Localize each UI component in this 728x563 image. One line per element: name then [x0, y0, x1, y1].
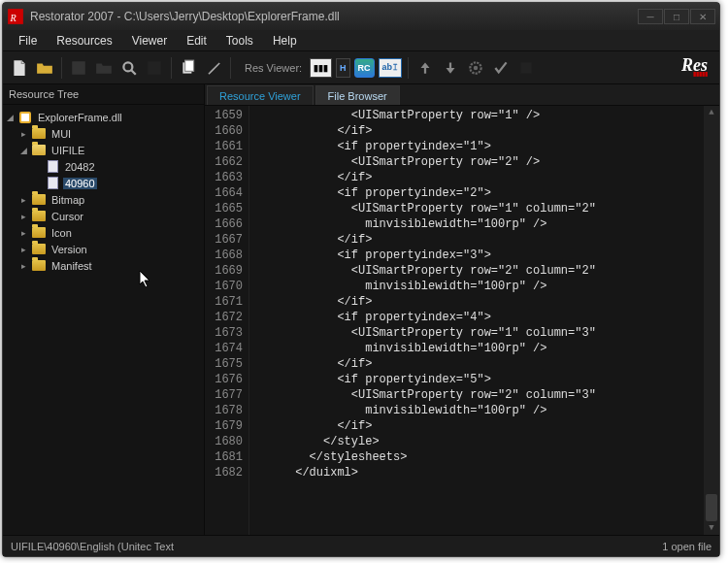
- tree-folder[interactable]: ▸Icon: [5, 224, 202, 241]
- svg-rect-12: [21, 114, 29, 121]
- tree-folder[interactable]: ◢UIFILE: [5, 142, 202, 158]
- scroll-up-icon[interactable]: ▲: [704, 106, 719, 119]
- menu-tools[interactable]: Tools: [216, 32, 263, 50]
- dark-square-icon[interactable]: [515, 57, 537, 79]
- code-viewer[interactable]: 1659166016611662166316641665166616671668…: [205, 106, 719, 535]
- brush-icon[interactable]: [203, 57, 224, 79]
- resviewer-label: Res Viewer:: [245, 62, 302, 74]
- content-area: Resource Tree ◢ ExplorerFrame.dll ▸MUI◢U…: [3, 84, 719, 535]
- resource-tree[interactable]: ◢ ExplorerFrame.dll ▸MUI◢UIFILE204824096…: [3, 105, 204, 535]
- svg-rect-5: [148, 61, 161, 75]
- tab-file-browser[interactable]: File Browser: [315, 85, 400, 105]
- tree-folder[interactable]: ▸MUI: [5, 125, 202, 142]
- tree-root[interactable]: ◢ ExplorerFrame.dll: [5, 109, 202, 125]
- svg-text:R: R: [9, 13, 16, 23]
- tree-title: Resource Tree: [3, 84, 204, 105]
- tree-folder[interactable]: ▸Version: [5, 241, 202, 257]
- menu-edit[interactable]: Edit: [177, 32, 216, 50]
- dll-icon: [17, 111, 33, 124]
- menubar: File Resources Viewer Edit Tools Help: [3, 30, 719, 51]
- app-icon: R: [7, 8, 24, 25]
- status-left: UIFILE\40960\English (Unitec Text: [11, 541, 174, 552]
- check-icon[interactable]: [490, 57, 512, 79]
- folder-icon[interactable]: [93, 57, 115, 79]
- right-pane: Resource Viewer File Browser 16591660166…: [205, 84, 719, 535]
- new-file-icon[interactable]: [9, 57, 30, 79]
- maximize-button[interactable]: □: [664, 9, 689, 24]
- menu-help[interactable]: Help: [263, 32, 307, 50]
- vertical-scrollbar[interactable]: ▲ ▼: [704, 106, 719, 535]
- scroll-down-icon[interactable]: ▼: [704, 521, 719, 535]
- statusbar: UIFILE\40960\English (Unitec Text 1 open…: [3, 535, 719, 556]
- tree-item[interactable]: 20482: [5, 158, 202, 175]
- tree-folder[interactable]: ▸Bitmap: [5, 191, 202, 208]
- svg-line-4: [131, 70, 136, 75]
- menu-viewer[interactable]: Viewer: [122, 32, 177, 50]
- gear-icon[interactable]: [465, 57, 486, 79]
- titlebar[interactable]: R Restorator 2007 - C:\Users\Jerry\Deskt…: [3, 3, 719, 30]
- search-icon[interactable]: [118, 57, 140, 79]
- svg-rect-10: [521, 62, 532, 73]
- svg-point-3: [123, 62, 132, 71]
- status-right: 1 open file: [662, 541, 711, 552]
- copy-icon[interactable]: [178, 57, 199, 79]
- svg-rect-2: [72, 61, 85, 75]
- down-arrow-icon[interactable]: [440, 57, 461, 79]
- resviewer-rc-icon[interactable]: RC: [354, 58, 375, 78]
- menu-resources[interactable]: Resources: [47, 32, 121, 50]
- save-icon[interactable]: [68, 57, 89, 79]
- resource-tree-pane: Resource Tree ◢ ExplorerFrame.dll ▸MUI◢U…: [3, 84, 205, 535]
- up-arrow-icon[interactable]: [414, 57, 436, 79]
- svg-rect-7: [185, 60, 194, 71]
- line-gutter: 1659166016611662166316641665166616671668…: [205, 106, 249, 535]
- code-source[interactable]: <UISmartProperty row="1" /> </if> <if pr…: [249, 106, 704, 535]
- app-window: R Restorator 2007 - C:\Users\Jerry\Deskt…: [2, 2, 720, 557]
- resviewer-hex-icon[interactable]: H: [336, 58, 350, 78]
- close-button[interactable]: ✕: [690, 9, 715, 24]
- svg-point-9: [474, 65, 479, 70]
- window-title: Restorator 2007 - C:\Users\Jerry\Desktop…: [30, 10, 638, 23]
- dark-icon[interactable]: [144, 57, 165, 79]
- tabs: Resource Viewer File Browser: [205, 84, 719, 106]
- tree-item[interactable]: 40960: [5, 175, 202, 191]
- tree-folder[interactable]: ▸Manifest: [5, 257, 202, 274]
- tab-resource-viewer[interactable]: Resource Viewer: [207, 85, 314, 105]
- app-logo: Res▮▮▮▮▮: [681, 58, 713, 77]
- resviewer-abi-icon[interactable]: ab𝙸: [379, 58, 403, 78]
- toolbar: Res Viewer: ▮▮▮ H RC ab𝙸 Res▮▮▮▮▮: [3, 51, 719, 84]
- scroll-thumb[interactable]: [706, 494, 717, 521]
- tree-folder[interactable]: ▸Cursor: [5, 208, 202, 224]
- minimize-button[interactable]: ─: [638, 9, 663, 24]
- open-file-icon[interactable]: [34, 57, 55, 79]
- menu-file[interactable]: File: [9, 32, 47, 50]
- resviewer-binary-icon[interactable]: ▮▮▮: [310, 58, 332, 78]
